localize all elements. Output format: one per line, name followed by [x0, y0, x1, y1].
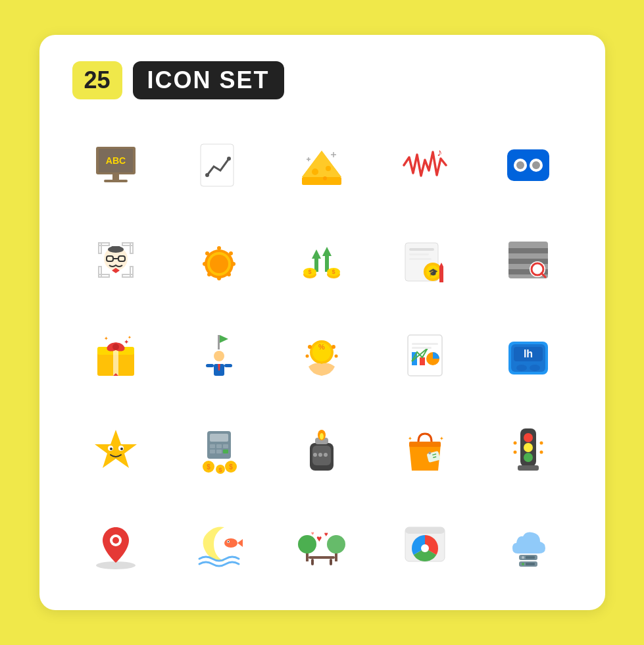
icon-soundwave[interactable]: ♪ [385, 126, 464, 205]
svg-point-139 [324, 453, 328, 457]
svg-point-99 [308, 345, 312, 349]
icon-medal[interactable] [180, 220, 259, 299]
svg-point-45 [229, 251, 233, 255]
svg-rect-109 [412, 347, 432, 349]
svg-point-162 [224, 538, 237, 548]
main-card: 25 ICON SET ABC [39, 35, 605, 610]
icon-lighter[interactable] [282, 410, 361, 489]
icon-flickr[interactable] [489, 126, 568, 205]
svg-marker-116 [95, 430, 137, 468]
svg-text:lh: lh [524, 348, 533, 359]
svg-point-155 [514, 442, 517, 445]
svg-point-46 [205, 251, 209, 255]
icon-cloud-server[interactable] [489, 505, 568, 584]
svg-text:$: $ [218, 467, 222, 473]
svg-point-49 [227, 272, 231, 276]
svg-point-114 [516, 365, 527, 371]
svg-rect-166 [309, 556, 335, 559]
svg-point-51 [217, 276, 221, 280]
svg-text:$: $ [229, 463, 233, 471]
svg-point-115 [530, 365, 540, 371]
icon-discount-hands[interactable]: % [282, 315, 361, 394]
svg-point-24 [516, 161, 524, 169]
svg-rect-124 [216, 444, 222, 448]
svg-rect-64 [409, 253, 429, 255]
icon-money-calculator[interactable]: $ $ $ [180, 410, 259, 489]
svg-marker-90 [220, 335, 228, 343]
svg-rect-167 [311, 559, 314, 565]
svg-rect-31 [99, 267, 101, 277]
svg-rect-69 [439, 267, 443, 282]
header: 25 ICON SET [72, 61, 572, 99]
svg-text:✦: ✦ [408, 436, 412, 442]
svg-point-152 [524, 443, 533, 452]
svg-rect-95 [224, 364, 232, 367]
icon-scale[interactable]: lh [489, 315, 568, 394]
svg-marker-163 [237, 539, 243, 547]
svg-rect-7 [201, 144, 234, 186]
svg-text:♥: ♥ [316, 533, 322, 544]
svg-point-184 [522, 563, 524, 565]
svg-point-119 [110, 448, 112, 450]
icon-color-wheel[interactable] [385, 505, 464, 584]
svg-rect-177 [405, 527, 445, 534]
svg-rect-65 [409, 258, 432, 260]
svg-rect-123 [210, 444, 215, 448]
svg-text:♥: ♥ [324, 530, 328, 538]
svg-point-142 [320, 433, 324, 440]
svg-rect-29 [130, 243, 133, 253]
svg-point-165 [228, 541, 229, 542]
svg-rect-185 [526, 563, 535, 565]
svg-point-153 [524, 453, 533, 462]
svg-point-25 [532, 161, 540, 169]
icon-cheese[interactable] [282, 126, 361, 205]
icon-blackboard[interactable]: ABC [76, 126, 155, 205]
svg-point-151 [524, 433, 533, 442]
icon-gift[interactable]: ✦ ✦ ✦ [76, 315, 155, 394]
svg-marker-54 [322, 247, 332, 256]
svg-point-170 [298, 535, 316, 554]
svg-rect-154 [518, 465, 539, 471]
icon-star-face[interactable] [76, 410, 155, 489]
svg-point-43 [210, 255, 228, 273]
svg-rect-125 [223, 444, 228, 448]
icon-money-growth[interactable]: $ $ [282, 220, 361, 299]
icon-businessman[interactable] [180, 315, 259, 394]
svg-text:♪: ♪ [437, 147, 442, 158]
svg-point-181 [522, 556, 524, 559]
icon-report[interactable] [385, 315, 464, 394]
badge-number: 25 [72, 61, 122, 99]
svg-point-9 [227, 157, 231, 161]
icon-moon-fish[interactable] [180, 505, 259, 584]
svg-point-100 [332, 345, 335, 349]
svg-rect-12 [302, 177, 341, 185]
svg-point-120 [120, 448, 123, 450]
svg-point-8 [205, 173, 209, 177]
icon-park-love[interactable]: ♥ ♥ ♥ [282, 505, 361, 584]
svg-point-91 [214, 351, 224, 361]
icon-search-filter[interactable] [489, 220, 568, 299]
icon-chart-file[interactable] [180, 126, 259, 205]
svg-text:✦: ✦ [128, 335, 132, 340]
svg-rect-108 [412, 343, 438, 345]
svg-text:🎓: 🎓 [428, 267, 438, 277]
icon-location[interactable] [76, 505, 155, 584]
svg-text:✦: ✦ [439, 436, 444, 442]
svg-rect-89 [218, 335, 220, 349]
svg-point-13 [312, 168, 318, 175]
svg-text:%: % [319, 343, 326, 351]
svg-rect-127 [216, 450, 222, 453]
svg-rect-81 [113, 347, 118, 376]
icon-certificate[interactable]: 🎓 [385, 220, 464, 299]
icon-traffic-light[interactable] [489, 410, 568, 489]
svg-point-102 [335, 355, 338, 358]
svg-point-172 [327, 535, 345, 554]
svg-point-179 [421, 544, 429, 552]
svg-rect-73 [508, 248, 548, 253]
svg-text:✦: ✦ [104, 336, 109, 342]
svg-rect-33 [130, 267, 133, 277]
icon-ar-face[interactable] [76, 220, 155, 299]
svg-point-158 [540, 451, 543, 454]
svg-rect-21 [507, 149, 549, 181]
icon-shopping-bag[interactable]: ✦ ✦ [385, 410, 464, 489]
